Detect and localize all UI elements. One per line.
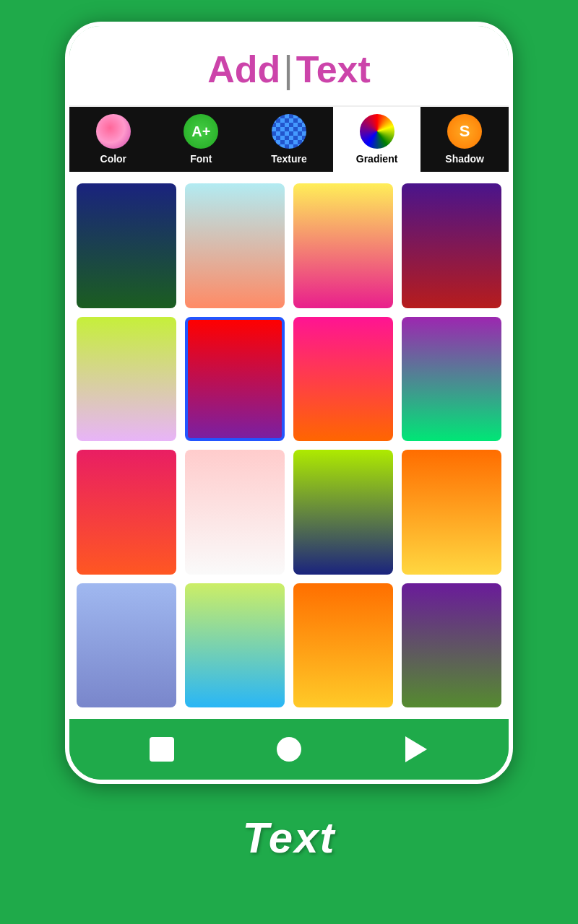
gradient-swatch-11[interactable] [293,450,393,575]
home-icon [277,737,301,762]
title-part1: Add [207,48,280,90]
tab-shadow[interactable]: S Shadow [420,107,509,172]
screen: Add|Text Color A+ Font Texture [69,26,509,719]
gradient-swatch-13[interactable] [77,583,176,708]
gradient-swatch-14[interactable] [185,583,285,708]
gradient-grid [69,172,509,719]
font-icon: A+ [184,114,218,149]
texture-icon [272,114,306,149]
add-text-header: Add|Text [69,26,509,107]
color-icon [96,114,131,149]
nav-bar [69,719,509,780]
bottom-text-area: Text [0,784,578,884]
tab-gradient-label: Gradient [356,153,398,165]
back-icon [150,737,174,762]
tab-texture-label: Texture [271,153,307,165]
gradient-swatch-2[interactable] [185,183,285,308]
phone-frame: Add|Text Color A+ Font Texture [65,22,513,784]
gradient-swatch-6[interactable] [185,317,285,442]
app-background: Add|Text Color A+ Font Texture [0,0,578,924]
gradient-swatch-3[interactable] [293,183,393,308]
tab-color-label: Color [100,153,127,165]
tab-font-label: Font [190,153,212,165]
gradient-swatch-15[interactable] [293,583,393,708]
title-divider: | [283,48,293,90]
back-button[interactable] [146,733,178,765]
add-text-title: Add|Text [84,48,494,91]
tab-texture[interactable]: Texture [245,107,333,172]
tab-shadow-label: Shadow [445,153,484,165]
play-button[interactable] [400,733,432,765]
bottom-text: Text [242,814,335,862]
gradient-swatch-12[interactable] [402,450,501,575]
tab-font[interactable]: A+ Font [158,107,246,172]
home-button[interactable] [273,733,305,765]
gradient-swatch-7[interactable] [293,317,393,442]
gradient-swatch-16[interactable] [402,583,501,708]
shadow-icon: S [447,114,482,149]
gradient-swatch-8[interactable] [402,317,501,442]
gradient-swatch-9[interactable] [77,450,176,575]
tab-color[interactable]: Color [69,107,158,172]
gradient-swatch-1[interactable] [77,183,176,308]
gradient-swatch-10[interactable] [185,450,285,575]
tab-gradient[interactable]: Gradient [333,107,421,172]
gradient-icon [360,114,394,149]
title-part2: Text [296,48,371,90]
play-icon [405,736,427,762]
gradient-swatch-4[interactable] [402,183,501,308]
toolbar: Color A+ Font Texture Gradient S Shadow [69,107,509,172]
gradient-swatch-5[interactable] [77,317,176,442]
